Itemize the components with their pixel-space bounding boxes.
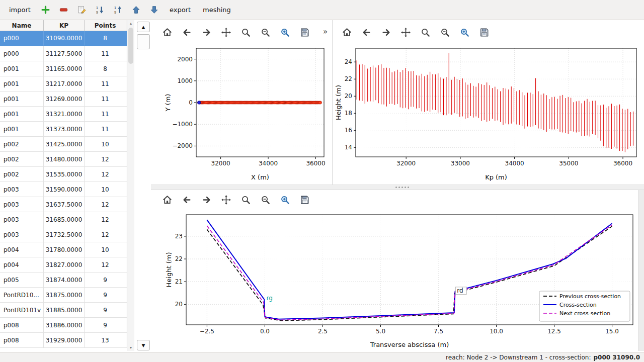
forward-button[interactable] <box>378 25 393 39</box>
status-text: reach: Node 2 -> Downstream 1 - cross-se… <box>446 354 591 361</box>
zoom-out-button[interactable] <box>437 25 452 39</box>
meshing-button[interactable]: meshing <box>198 3 236 17</box>
main-toolbar: import 1 9 1 9 <box>0 0 644 20</box>
pan-button[interactable] <box>218 193 233 207</box>
sort-ascending-button[interactable]: 1 9 <box>110 3 126 18</box>
table-row[interactable]: p00831929.000013 <box>0 333 127 348</box>
sort-descending-icon: 1 9 <box>95 5 105 15</box>
table-row[interactable]: p00831886.00009 <box>0 318 127 333</box>
table-row[interactable]: p00231480.000012 <box>0 152 127 167</box>
table-row[interactable]: p00131321.000011 <box>0 107 127 122</box>
scroll-down-icon[interactable]: ▾ <box>127 344 134 351</box>
kp-cell: 31875.0000 <box>44 288 85 302</box>
points-cell: 11 <box>85 46 126 61</box>
save-button[interactable] <box>476 25 492 39</box>
table-row[interactable]: PontRD10...31875.00009 <box>0 288 127 303</box>
kp-cell: 31637.5000 <box>44 197 85 212</box>
column-header-points[interactable]: Points <box>85 20 126 31</box>
vertical-scrollbar[interactable] <box>638 190 644 351</box>
save-icon <box>478 27 490 38</box>
forward-button[interactable] <box>199 25 214 39</box>
save-button[interactable] <box>297 193 312 207</box>
cross-section-plot[interactable]: rgrd−2.50.02.55.07.510.012.515.020212223… <box>153 209 638 353</box>
save-button[interactable] <box>297 25 312 39</box>
home-button[interactable] <box>339 25 354 39</box>
zoom-button[interactable] <box>238 193 253 207</box>
table-row[interactable]: p00231535.000012 <box>0 167 127 182</box>
scroll-up-icon[interactable]: ▴ <box>127 20 134 27</box>
table-row[interactable]: p00031127.500011 <box>0 46 127 61</box>
points-cell: 8 <box>85 61 126 76</box>
back-button[interactable] <box>179 25 194 39</box>
edit-icon <box>77 5 87 15</box>
table-row[interactable]: p00531874.00009 <box>0 273 127 288</box>
zoom-in-button[interactable] <box>277 25 292 39</box>
table-row[interactable]: p00131269.000011 <box>0 92 127 107</box>
panel-scrollbar-thumb[interactable] <box>137 34 150 49</box>
remove-cross-section-button[interactable] <box>56 3 72 18</box>
add-cross-section-button[interactable] <box>38 3 54 18</box>
export-button[interactable]: export <box>165 3 196 17</box>
move-up-button[interactable] <box>128 3 144 18</box>
table-row[interactable]: p00331685.000012 <box>0 212 127 227</box>
table-row[interactable]: p00331637.500012 <box>0 197 127 212</box>
forward-button[interactable] <box>199 193 214 207</box>
column-header-kp[interactable]: KP <box>44 20 85 31</box>
table-row[interactable]: p00431827.000012 <box>0 257 127 273</box>
zoom-in-button[interactable] <box>457 25 472 39</box>
kp-cell: 31480.0000 <box>44 152 85 166</box>
edit-cross-section-button[interactable] <box>74 3 90 18</box>
table-scrollbar-thumb[interactable] <box>128 28 133 64</box>
table-row[interactable]: p00331732.500012 <box>0 227 127 242</box>
import-button[interactable]: import <box>4 3 36 17</box>
table-row[interactable]: p00131373.000011 <box>0 122 127 137</box>
zoom-in-icon <box>459 27 470 38</box>
table-row[interactable]: p00131165.00008 <box>0 61 127 76</box>
zoom-out-button[interactable] <box>258 25 273 39</box>
panel-scrollbar[interactable]: ▲ ▼ <box>137 22 150 350</box>
longitudinal-profile-plot[interactable]: 3200033000340003500036000141618202224Kp … <box>333 41 644 186</box>
kp-cell: 31535.0000 <box>44 167 85 182</box>
column-header-name[interactable]: Name <box>0 20 44 31</box>
scroll-up-button[interactable]: ▲ <box>137 22 150 32</box>
points-cell: 9 <box>85 318 126 332</box>
table-row[interactable]: p00231425.000010 <box>0 137 127 152</box>
table-scrollbar[interactable]: ▴ ▾ <box>127 20 134 351</box>
horizontal-splitter[interactable] <box>151 185 644 190</box>
zoom-out-icon <box>260 194 271 206</box>
trace-plot[interactable]: 320003400036000−2000−1000010002000X (m)Y… <box>153 41 332 186</box>
home-button[interactable] <box>159 25 175 39</box>
table-row[interactable]: p00331590.000010 <box>0 182 127 197</box>
zoom-button[interactable] <box>418 25 433 39</box>
kp-cell: 31090.0000 <box>44 31 85 46</box>
scroll-down-button[interactable]: ▼ <box>137 340 150 350</box>
zoom-icon <box>420 27 431 38</box>
toolbar-overflow-chevron[interactable]: » <box>323 27 328 36</box>
pan-button[interactable] <box>398 25 413 39</box>
zoom-in-button[interactable] <box>277 193 292 207</box>
svg-text:32000: 32000 <box>396 160 416 167</box>
table-row[interactable]: p00131217.000011 <box>0 76 127 92</box>
home-button[interactable] <box>159 193 175 207</box>
pan-button[interactable] <box>218 25 233 39</box>
zoom-out-button[interactable] <box>258 193 273 207</box>
svg-text:16: 16 <box>345 127 352 134</box>
zoom-button[interactable] <box>238 25 253 39</box>
sort-descending-button[interactable]: 1 9 <box>92 3 108 18</box>
table-row[interactable]: PontRD101v31885.00009 <box>0 303 127 318</box>
table-row[interactable]: p00431780.000010 <box>0 242 127 257</box>
table-row[interactable]: p00031090.00008 <box>0 31 127 46</box>
svg-text:Previous cross-section: Previous cross-section <box>559 293 621 300</box>
svg-text:rd: rd <box>457 287 463 294</box>
move-down-button[interactable] <box>146 3 163 18</box>
splitter-handle[interactable] <box>395 187 409 188</box>
svg-text:Transverse abscissa (m): Transverse abscissa (m) <box>370 341 449 348</box>
cross-sections-table: Name KP Points p00031090.00008p00031127.… <box>0 20 127 348</box>
table-body: p00031090.00008p00031127.500011p00131165… <box>0 31 127 348</box>
back-button[interactable] <box>179 193 194 207</box>
back-button[interactable] <box>359 25 374 39</box>
svg-text:20: 20 <box>175 301 183 308</box>
svg-text:−2000: −2000 <box>172 142 193 149</box>
svg-text:Height (m): Height (m) <box>165 252 173 288</box>
svg-text:24: 24 <box>345 58 352 65</box>
